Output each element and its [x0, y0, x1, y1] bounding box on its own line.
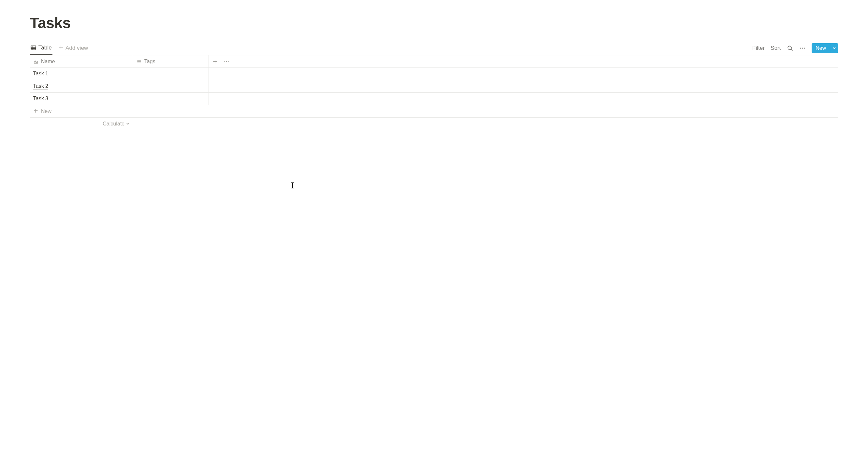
new-button-dropdown[interactable]: [830, 43, 838, 53]
svg-point-22: [224, 61, 225, 62]
cell-empty: [209, 93, 838, 105]
add-view-button[interactable]: Add view: [57, 44, 90, 52]
calculate-label: Calculate: [102, 121, 125, 127]
add-column-button[interactable]: [212, 59, 218, 64]
database-table: Name Tags: [30, 55, 838, 130]
view-bar: Table Add view Filter Sort: [30, 41, 838, 55]
new-button-group: New: [812, 43, 838, 53]
svg-point-15: [137, 60, 137, 60]
filter-button[interactable]: Filter: [752, 45, 765, 52]
page-title[interactable]: Tasks: [30, 14, 838, 32]
svg-point-10: [804, 47, 805, 48]
cell-empty: [209, 68, 838, 80]
column-header-tags[interactable]: Tags: [133, 55, 209, 67]
new-button[interactable]: New: [812, 43, 830, 53]
column-more-button[interactable]: [223, 59, 229, 65]
svg-line-7: [791, 49, 792, 51]
sort-button[interactable]: Sort: [771, 45, 781, 52]
column-header-tags-label: Tags: [144, 59, 155, 65]
svg-rect-0: [31, 45, 36, 50]
table-row[interactable]: Task 2: [30, 80, 838, 93]
cell-tags[interactable]: [133, 68, 209, 80]
more-icon[interactable]: [799, 45, 806, 52]
cell-empty: [209, 80, 838, 92]
table-icon: [30, 45, 36, 51]
column-header-name-label: Name: [41, 59, 55, 65]
row-title[interactable]: Task 1: [33, 71, 48, 77]
svg-point-19: [137, 63, 137, 63]
tab-label: Table: [38, 44, 52, 51]
new-row-label: New: [41, 108, 52, 115]
search-icon[interactable]: [787, 45, 793, 52]
table-row[interactable]: Task 1: [30, 68, 838, 80]
text-cursor-indicator: [290, 183, 294, 188]
multiselect-icon: [136, 59, 142, 64]
svg-point-23: [226, 61, 227, 62]
plus-icon: [33, 108, 38, 115]
tab-table[interactable]: Table: [30, 41, 53, 55]
row-title[interactable]: Task 3: [33, 96, 48, 102]
svg-point-8: [800, 47, 801, 48]
new-row-button[interactable]: New: [30, 105, 838, 118]
svg-point-17: [137, 61, 137, 62]
title-icon: [33, 59, 38, 64]
calculate-button[interactable]: Calculate: [30, 121, 133, 127]
svg-point-24: [228, 61, 229, 62]
svg-point-9: [802, 47, 803, 48]
column-header-name[interactable]: Name: [30, 55, 133, 67]
cell-tags[interactable]: [133, 93, 209, 105]
add-view-label: Add view: [66, 45, 88, 52]
cell-tags[interactable]: [133, 80, 209, 92]
row-title[interactable]: Task 2: [33, 83, 48, 90]
table-row[interactable]: Task 3: [30, 93, 838, 105]
calculate-row: Calculate: [30, 118, 838, 130]
table-header-row: Name Tags: [30, 55, 838, 68]
plus-icon: [58, 44, 64, 52]
